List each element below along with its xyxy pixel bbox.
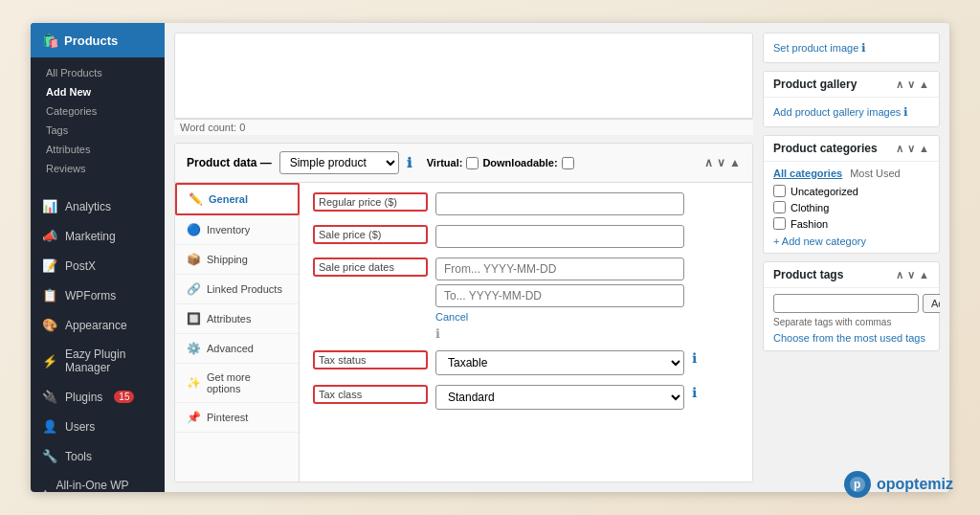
attributes-icon: 🔲: [187, 312, 201, 325]
product-gallery-header: Product gallery ∧ ∨ ▲: [764, 72, 939, 98]
cat-checkbox-fashion[interactable]: [773, 217, 786, 230]
tab-get-more[interactable]: ✨ Get more options: [175, 364, 299, 403]
tab-pinterest-label: Pinterest: [207, 412, 248, 423]
general-icon: ✏️: [189, 192, 203, 206]
sidebar-item-plugins[interactable]: 🔌 Plugins 15: [31, 382, 165, 412]
tab-linked-label: Linked Products: [207, 283, 282, 295]
cancel-link[interactable]: Cancel: [435, 311, 684, 323]
set-image-info-icon[interactable]: ℹ: [861, 41, 866, 55]
date-from-input[interactable]: [435, 258, 684, 280]
product-type-select[interactable]: Simple product Variable product Grouped …: [279, 151, 399, 174]
cat-item-clothing: Clothing: [773, 201, 929, 213]
sidebar-item-appearance[interactable]: 🎨 Appearance: [31, 310, 165, 340]
dates-info-icon[interactable]: ℹ: [435, 326, 684, 341]
get-more-icon: ✨: [187, 376, 201, 390]
tax-status-select[interactable]: Taxable Shipping only None: [435, 350, 684, 375]
logo-icon: p: [844, 471, 871, 498]
sidebar-item-wpforms[interactable]: 📋 WPForms: [31, 280, 165, 310]
tab-general-label: General: [209, 193, 248, 205]
sidebar-item-migration[interactable]: ↕ All-in-One WP Migration: [31, 471, 165, 492]
tax-class-info-icon[interactable]: ℹ: [692, 385, 697, 400]
pinterest-icon: 📌: [187, 411, 201, 424]
sidebar-item-reviews[interactable]: Reviews: [31, 159, 165, 178]
tax-class-label: Tax class: [313, 385, 428, 404]
regular-price-input[interactable]: [435, 192, 684, 215]
sidebar-item-marketing[interactable]: 📣 Marketing: [31, 221, 165, 251]
sidebar-item-add-new[interactable]: Add New: [31, 82, 165, 101]
product-gallery-box: Product gallery ∧ ∨ ▲ Add product galler…: [763, 71, 940, 127]
cat-label-uncategorized: Uncategorized: [791, 186, 858, 197]
header-arrows: ∧ ∨ ▲: [704, 156, 741, 169]
product-data-body: ✏️ General 🔵 Inventory 📦 Shipping: [175, 183, 752, 482]
sidebar-item-all-products[interactable]: All Products: [31, 63, 165, 82]
right-panel: Set product image ℹ Product gallery ∧ ∨ …: [763, 33, 940, 482]
tags-input-row: Add: [773, 294, 929, 313]
tab-attributes-label: Attributes: [207, 313, 251, 325]
tags-section: Add Separate tags with commas Choose fro…: [764, 288, 939, 350]
sidebar-item-tools[interactable]: 🔧 Tools: [31, 441, 165, 471]
sidebar-item-analytics[interactable]: 📊 Analytics: [31, 191, 165, 221]
tab-advanced[interactable]: ⚙️ Advanced: [175, 334, 299, 364]
linked-icon: 🔗: [187, 282, 201, 296]
regular-price-input-wrapper: [435, 192, 684, 215]
main-content: Word count: 0 Product data — Simple prod…: [165, 23, 949, 492]
sidebar-item-attributes[interactable]: Attributes: [31, 140, 165, 159]
tags-input[interactable]: [773, 294, 919, 313]
product-tags-box: Product tags ∧ ∨ ▲ Add Separate tags wit…: [763, 261, 940, 351]
product-type-info-icon[interactable]: ℹ: [407, 155, 412, 170]
center-panel: Word count: 0 Product data — Simple prod…: [174, 33, 753, 482]
marketing-icon: 📣: [42, 229, 57, 243]
content-editor[interactable]: [174, 33, 753, 119]
tab-shipping[interactable]: 📦 Shipping: [175, 245, 299, 275]
sidebar-products-header[interactable]: 🛍️ Products: [31, 23, 165, 57]
svg-text:p: p: [854, 478, 860, 491]
sidebar-item-users[interactable]: 👤 Users: [31, 412, 165, 441]
cat-checkbox-clothing[interactable]: [773, 201, 786, 213]
gallery-info-icon[interactable]: ℹ: [903, 105, 908, 119]
inventory-icon: 🔵: [187, 223, 201, 236]
sale-price-input[interactable]: [435, 225, 684, 248]
tab-pinterest[interactable]: 📌 Pinterest: [175, 403, 299, 433]
tags-header-arrows: ∧ ∨ ▲: [896, 269, 929, 281]
cat-tab-all[interactable]: All categories: [773, 168, 842, 179]
virtual-label: Virtual:: [427, 157, 463, 168]
add-gallery-images-link[interactable]: Add product gallery images: [773, 106, 901, 118]
plugins-icon: 🔌: [42, 390, 57, 404]
tab-get-more-label: Get more options: [207, 371, 287, 394]
choose-tags-link[interactable]: Choose from the most used tags: [773, 332, 925, 344]
tab-attributes[interactable]: 🔲 Attributes: [175, 304, 299, 334]
optemiz-logo: p opoptemiz: [844, 471, 953, 498]
postx-icon: 📝: [42, 258, 57, 273]
general-tab-content: Regular price ($) Sale price ($): [300, 183, 752, 482]
tab-general[interactable]: ✏️ General: [175, 183, 300, 215]
virtual-checkbox[interactable]: [466, 157, 479, 169]
date-to-input[interactable]: [435, 284, 684, 307]
sidebar-item-tags[interactable]: Tags: [31, 121, 165, 140]
add-new-category-link[interactable]: + Add new category: [773, 235, 929, 247]
downloadable-checkbox[interactable]: [562, 157, 574, 169]
products-icon: 🛍️: [42, 33, 58, 48]
sidebar-item-categories[interactable]: Categories: [31, 101, 165, 121]
tags-hint: Separate tags with commas: [773, 317, 929, 327]
sale-dates-inputs: Cancel ℹ: [435, 258, 684, 341]
sale-price-row: Sale price ($): [313, 225, 739, 248]
cat-label-clothing: Clothing: [791, 202, 829, 213]
cat-tab-most-used[interactable]: Most Used: [850, 168, 901, 179]
sidebar-item-postx[interactable]: 📝 PostX: [31, 251, 165, 280]
tab-linked[interactable]: 🔗 Linked Products: [175, 275, 299, 304]
tax-class-select[interactable]: Standard Reduced rate Zero rate: [435, 385, 684, 410]
tab-inventory[interactable]: 🔵 Inventory: [175, 215, 299, 245]
eazy-icon: ⚡: [42, 354, 57, 369]
product-data-label: Product data —: [187, 156, 272, 169]
set-product-image-link[interactable]: Set product image: [773, 42, 858, 54]
sidebar-submenu: All Products Add New Categories Tags Att…: [31, 57, 165, 184]
add-tag-button[interactable]: Add: [923, 294, 940, 313]
regular-price-label: Regular price ($): [313, 192, 428, 212]
sidebar: 🛍️ Products All Products Add New Categor…: [31, 23, 165, 492]
sidebar-item-eazy-plugin[interactable]: ⚡ Eazy Plugin Manager: [31, 340, 165, 382]
product-tags-header: Product tags ∧ ∨ ▲: [764, 262, 939, 288]
categories-list: All categories Most Used Uncategorized C…: [764, 162, 939, 253]
tax-status-info-icon[interactable]: ℹ: [692, 350, 697, 366]
cat-item-fashion: Fashion: [773, 217, 929, 230]
cat-checkbox-uncategorized[interactable]: [773, 185, 786, 197]
